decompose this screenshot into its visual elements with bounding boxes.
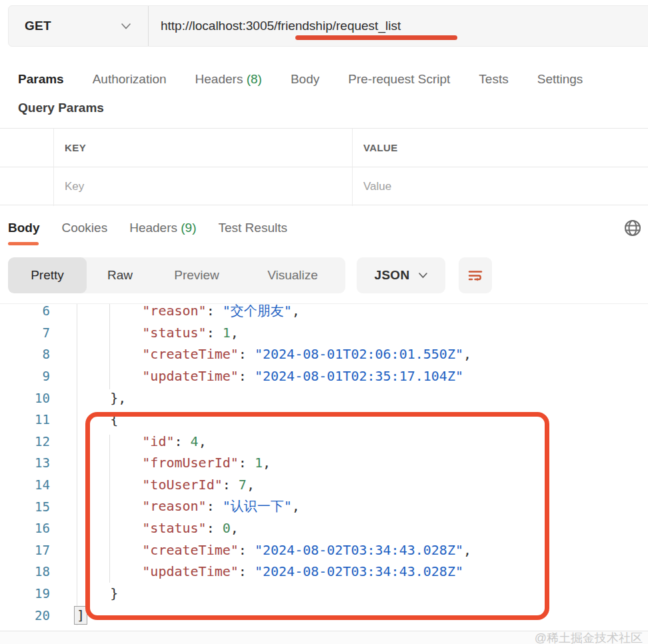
url-input[interactable]: http://localhost:3005/friendship/request… (149, 6, 648, 46)
tab-params[interactable]: Params (18, 71, 64, 91)
view-mode-raw[interactable]: Raw (87, 257, 153, 293)
code-line: 15 "reason": "认识一下", (0, 495, 648, 517)
method-select[interactable]: GET (9, 6, 149, 46)
code-line: 9 "updateTime": "2024-08-01T02:35:17.104… (0, 365, 648, 387)
table-header-row: KEY VALUE (0, 129, 648, 167)
code-line: 19 } (0, 583, 648, 605)
table-row (0, 167, 648, 206)
code-line: 8 "createTime": "2024-08-01T02:06:01.550… (0, 343, 648, 365)
code-lines: 6 "reason": "交个朋友",7 "status": 1,8 "crea… (0, 303, 648, 626)
response-tab-cookies[interactable]: Cookies (62, 219, 108, 237)
checkbox-column-header (0, 129, 53, 167)
annotation-url-underline (295, 35, 457, 40)
response-headers-count-badge: (9) (181, 221, 196, 235)
view-mode-preview[interactable]: Preview (153, 257, 240, 293)
method-label: GET (25, 19, 51, 33)
key-input[interactable] (65, 180, 323, 193)
bottom-strip: @稀土掘金技术社区 (0, 631, 648, 644)
tab-headers[interactable]: Headers (8) (195, 71, 262, 91)
globe-icon[interactable] (623, 218, 643, 238)
url-text: http://localhost:3005/friendship/request… (161, 19, 401, 33)
watermark: @稀土掘金技术社区 (535, 631, 643, 644)
row-checkbox-cell (0, 167, 53, 206)
response-tabs: Body Cookies Headers (9) Test Results (8, 219, 287, 237)
tab-settings[interactable]: Settings (537, 71, 583, 91)
chevron-down-icon (121, 23, 131, 29)
language-label: JSON (375, 268, 410, 283)
response-tab-test-results[interactable]: Test Results (219, 219, 287, 237)
code-line: 17 "createTime": "2024-08-02T03:34:43.02… (0, 539, 648, 561)
code-line: 16 "status": 0, (0, 517, 648, 539)
query-params-table: KEY VALUE (0, 128, 648, 205)
code-line: 6 "reason": "交个朋友", (0, 303, 648, 322)
key-column-header: KEY (65, 142, 86, 153)
response-body-viewer[interactable]: 6 "reason": "交个朋友",7 "status": 1,8 "crea… (0, 303, 648, 631)
tab-pre-request-script[interactable]: Pre-request Script (348, 71, 450, 91)
code-line: 13 "fromUserId": 1, (0, 452, 648, 474)
chevron-down-icon (419, 273, 427, 279)
code-line: 12 "id": 4, (0, 431, 648, 453)
value-input[interactable] (363, 180, 619, 193)
view-mode-visualize[interactable]: Visualize (240, 257, 345, 293)
wrap-text-button[interactable] (459, 257, 492, 293)
response-view-mode-tabs: Pretty Raw Preview Visualize (8, 257, 345, 293)
code-line: 7 "status": 1, (0, 322, 648, 344)
value-column-header: VALUE (363, 142, 398, 153)
request-url-bar: GET http://localhost:3005/friendship/req… (8, 5, 648, 47)
tab-authorization[interactable]: Authorization (93, 71, 167, 91)
response-tab-headers[interactable]: Headers (9) (129, 219, 196, 237)
text-wrap-icon (467, 267, 484, 284)
headers-count-badge: (8) (247, 72, 262, 86)
code-line: 14 "toUserId": 7, (0, 474, 648, 496)
request-tabs: Params Authorization Headers (8) Body Pr… (18, 71, 648, 91)
tab-tests[interactable]: Tests (479, 71, 508, 91)
code-line: 10 }, (0, 387, 648, 409)
tab-body[interactable]: Body (291, 71, 319, 91)
query-params-title: Query Params (18, 101, 104, 115)
view-mode-pretty[interactable]: Pretty (8, 257, 87, 293)
code-line: 11 { (0, 409, 648, 431)
response-tab-body[interactable]: Body (8, 219, 40, 237)
code-line: 18 "updateTime": "2024-08-02T03:34:43.02… (0, 561, 648, 583)
code-line: 20] (0, 604, 648, 626)
language-select[interactable]: JSON (357, 257, 445, 293)
